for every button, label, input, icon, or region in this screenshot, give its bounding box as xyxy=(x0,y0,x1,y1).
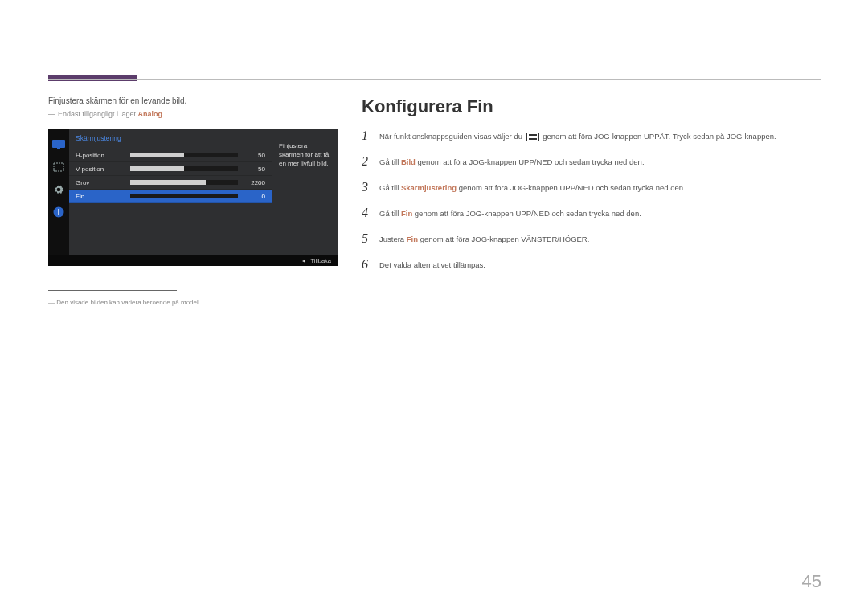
osd-footer: ◂ Tillbaka xyxy=(48,255,338,266)
page-title: Konfigurera Fin xyxy=(362,96,821,117)
picture-frame-icon xyxy=(50,157,68,178)
step-text: Justera Fin genom att föra JOG-knappen V… xyxy=(379,231,821,245)
osd-list: Skärmjustering H-position50V-position50G… xyxy=(69,129,272,255)
step-text: När funktionsknappsguiden visas väljer d… xyxy=(379,129,821,142)
step: 2Gå till Bild genom att föra JOG-knappen… xyxy=(362,154,821,177)
step-number: 5 xyxy=(362,231,379,246)
step-text: Gå till Skärmjustering genom att föra JO… xyxy=(379,180,821,194)
osd-row-value: 50 xyxy=(243,166,265,173)
osd-title: Skärmjustering xyxy=(69,134,272,149)
step: 4Gå till Fin genom att föra JOG-knappen … xyxy=(362,206,821,228)
osd-row-value: 50 xyxy=(243,152,265,159)
availability-prefix: Endast tillgängligt i läget xyxy=(58,110,138,118)
osd-row-label: Fin xyxy=(76,193,125,200)
intro-text: Finjustera skärmen för en levande bild. xyxy=(48,96,338,105)
step-text: Gå till Bild genom att föra JOG-knappen … xyxy=(379,154,821,168)
osd-row: H-position50 xyxy=(69,149,272,162)
step-number: 1 xyxy=(362,129,379,143)
osd-row-value: 2200 xyxy=(243,179,265,186)
step-text: Gå till Fin genom att föra JOG-knappen U… xyxy=(379,206,821,219)
step-number: 3 xyxy=(362,180,379,194)
page-number: 45 xyxy=(802,571,821,592)
step-number: 6 xyxy=(362,257,379,272)
svg-text:i: i xyxy=(58,208,60,216)
footnote-text: ― Den visade bilden kan variera beroende… xyxy=(48,299,338,306)
slider-track xyxy=(130,194,238,198)
osd-screenshot: i Skärmjustering H-position50V-position5… xyxy=(48,129,338,266)
footnote-divider xyxy=(48,290,177,291)
step: 3Gå till Skärmjustering genom att föra J… xyxy=(362,180,821,202)
menu-icon xyxy=(526,133,539,141)
slider-track xyxy=(130,153,238,157)
right-column: Konfigurera Fin 1När funktionsknappsguid… xyxy=(362,96,821,283)
step-text: Det valda alternativet tillämpas. xyxy=(379,257,821,271)
slider-track xyxy=(130,180,238,185)
header-divider xyxy=(48,79,821,80)
availability-note: ― Endast tillgängligt i läget Analog. xyxy=(48,110,338,118)
osd-row-label: H-position xyxy=(76,152,125,159)
svg-rect-2 xyxy=(54,163,63,171)
slider-track xyxy=(130,166,238,171)
step-number: 4 xyxy=(362,206,379,220)
info-icon: i xyxy=(50,202,68,223)
svg-rect-0 xyxy=(52,140,65,148)
step-number: 2 xyxy=(362,154,379,169)
osd-row: V-position50 xyxy=(69,162,272,176)
step: 5Justera Fin genom att föra JOG-knappen … xyxy=(362,231,821,254)
osd-description: Finjustera skärmen för att få en mer liv… xyxy=(272,129,338,255)
osd-row-label: V-position xyxy=(76,166,125,173)
header-accent-bar xyxy=(48,75,137,81)
monitor-icon xyxy=(50,134,68,155)
step: 1När funktionsknappsguiden visas väljer … xyxy=(362,129,821,151)
left-column: Finjustera skärmen för en levande bild. … xyxy=(48,96,338,306)
step: 6Det valda alternativet tillämpas. xyxy=(362,257,821,280)
osd-row-value: 0 xyxy=(243,193,265,200)
osd-row: Fin0 xyxy=(69,190,272,203)
osd-sidebar: i xyxy=(48,129,69,255)
gear-icon xyxy=(50,179,68,200)
back-arrow-icon: ◂ xyxy=(302,257,305,264)
osd-row: Grov2200 xyxy=(69,176,272,190)
osd-row-label: Grov xyxy=(76,179,125,186)
svg-rect-1 xyxy=(57,148,60,149)
osd-back-label: Tillbaka xyxy=(310,257,331,264)
availability-mode: Analog xyxy=(138,110,163,118)
